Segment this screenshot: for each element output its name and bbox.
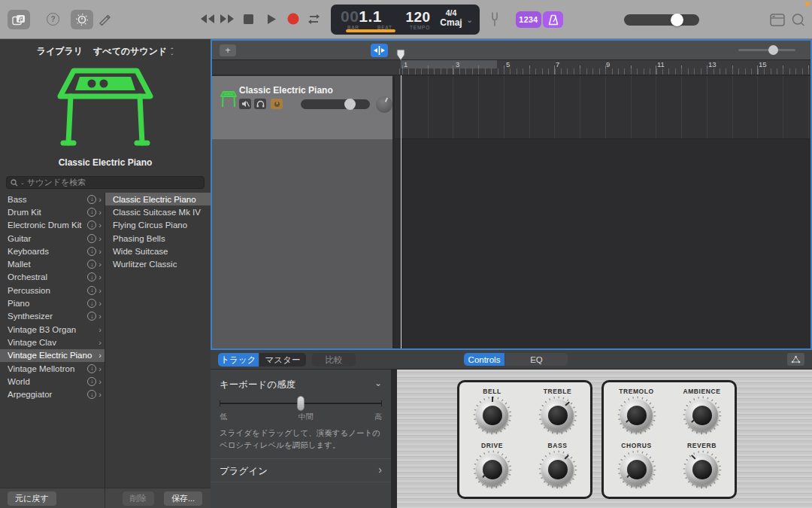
drive-knob[interactable]: [473, 450, 512, 489]
timeline-track-lane[interactable]: [395, 76, 810, 139]
sound-row-classic-suitcase[interactable]: Classic Suitcase Mk IV: [105, 205, 211, 218]
catch-playhead-button[interactable]: [371, 44, 388, 57]
download-icon[interactable]: ↓: [87, 208, 96, 217]
track-name[interactable]: Classic Electric Piano: [239, 85, 333, 96]
tab-track[interactable]: トラック: [218, 353, 259, 367]
category-row-bass[interactable]: Bass↓›: [0, 193, 105, 205]
category-row-arpeggiator[interactable]: Arpeggiator↓›: [0, 388, 105, 400]
category-row-keyboards[interactable]: Keyboards↓›: [0, 245, 105, 257]
tab-eq[interactable]: EQ: [505, 353, 568, 366]
track-volume-slider[interactable]: [301, 99, 370, 109]
sound-filter-dropdown[interactable]: すべてのサウンド ⌃⌄: [93, 45, 174, 58]
lcd-tempo-section[interactable]: 120 TEMPO: [400, 5, 436, 35]
sound-row-wurlitzer-classic[interactable]: Wurlitzer Classic: [105, 257, 211, 270]
category-row-vintage-electric-piano[interactable]: Vintage Electric Piano›: [0, 349, 105, 362]
library-toggle-button[interactable]: [8, 10, 30, 29]
plugins-row[interactable]: プラグイン ›: [211, 459, 391, 482]
quick-help-button[interactable]: ?: [47, 13, 59, 26]
treble-knob[interactable]: [538, 396, 577, 435]
chevron-right-icon: ›: [98, 221, 102, 230]
save-button[interactable]: 保存...: [164, 491, 202, 506]
lcd-chevron-down-icon[interactable]: ⌄: [466, 5, 480, 35]
solo-button[interactable]: [254, 99, 266, 109]
collapse-chevron-icon[interactable]: ⌄: [374, 378, 382, 388]
bell-knob[interactable]: [473, 396, 512, 435]
category-row-guitar[interactable]: Guitar↓›: [0, 232, 105, 245]
add-track-button[interactable]: +: [220, 44, 236, 56]
category-row-piano[interactable]: Piano↓›: [0, 297, 105, 309]
metronome-button[interactable]: [543, 11, 563, 28]
download-icon[interactable]: ↓: [87, 299, 96, 308]
reverb-knob[interactable]: [683, 450, 722, 489]
playhead-marker[interactable]: [396, 49, 405, 61]
track-pan-knob[interactable]: [376, 96, 392, 113]
forward-button[interactable]: [220, 14, 235, 24]
download-icon[interactable]: ↓: [87, 272, 96, 281]
track-header-classic-electric-piano[interactable]: Classic Electric Piano: [212, 76, 392, 139]
master-volume-slider[interactable]: [624, 14, 699, 26]
timeline-ruler[interactable]: 1 3 5 7 9 11 13 15: [212, 60, 810, 75]
category-row-synthesizer[interactable]: Synthesizer↓›: [0, 310, 105, 323]
ambience-knob[interactable]: [683, 396, 722, 435]
sensitivity-slider[interactable]: [220, 403, 382, 404]
tab-compare[interactable]: 比較: [312, 353, 356, 367]
edit-pencil-icon[interactable]: [98, 13, 111, 26]
lcd-tempo-value: 120: [400, 9, 436, 26]
master-volume-knob[interactable]: [671, 14, 683, 26]
smart-controls-track-button[interactable]: [271, 99, 283, 109]
undo-button[interactable]: 元に戻す: [8, 491, 56, 506]
knob-label: CHORUS: [621, 442, 651, 449]
lcd-display[interactable]: 001.1 BAR BEAT 120 TEMPO 4/4 Cmaj ⌄: [331, 5, 480, 35]
track-volume-knob[interactable]: [344, 99, 356, 110]
chorus-knob[interactable]: [617, 450, 656, 489]
category-row-drum-kit[interactable]: Drum Kit↓›: [0, 205, 105, 218]
category-row-vintage-b3-organ[interactable]: Vintage B3 Organ›: [0, 323, 105, 336]
download-icon[interactable]: ↓: [87, 234, 96, 243]
tab-controls[interactable]: Controls: [464, 353, 504, 366]
bass-knob[interactable]: [538, 450, 577, 489]
record-button[interactable]: [287, 13, 299, 25]
play-button[interactable]: [267, 14, 277, 25]
sound-row-phasing-bells[interactable]: Phasing Bells: [105, 232, 211, 245]
category-row-electronic-drum-kit[interactable]: Electronic Drum Kit↓›: [0, 219, 105, 232]
download-icon[interactable]: ↓: [87, 364, 96, 373]
download-icon[interactable]: ↓: [87, 260, 96, 269]
download-icon[interactable]: ↓: [87, 195, 96, 204]
category-row-world[interactable]: World↓›: [0, 375, 105, 388]
sensitivity-slider-thumb[interactable]: [297, 396, 304, 411]
download-icon[interactable]: ↓: [87, 221, 96, 230]
rewind-button[interactable]: [200, 14, 215, 24]
count-in-button[interactable]: 1234: [516, 11, 541, 28]
download-icon[interactable]: ↓: [87, 247, 96, 256]
category-row-orchestral[interactable]: Orchestral↓›: [0, 271, 105, 284]
sound-row-flying-circus-piano[interactable]: Flying Circus Piano: [105, 219, 211, 232]
tremolo-knob[interactable]: [617, 396, 656, 435]
smart-controls-view-button[interactable]: [787, 353, 804, 366]
timeline-grid[interactable]: [395, 76, 810, 348]
editors-toggle-button[interactable]: [770, 14, 785, 26]
category-row-vintage-clav[interactable]: Vintage Clav›: [0, 336, 105, 348]
sound-search-field[interactable]: ⌄ サウンドを検索: [6, 176, 205, 189]
download-icon[interactable]: ↓: [87, 390, 96, 399]
loop-browser-button[interactable]: [791, 13, 805, 27]
tab-master[interactable]: マスター: [259, 353, 306, 367]
mute-button[interactable]: [239, 99, 251, 109]
lcd-key-section[interactable]: 4/4 Cmaj: [436, 5, 466, 35]
sound-row-wide-suitcase[interactable]: Wide Suitcase: [105, 245, 211, 257]
category-row-vintage-mellotron[interactable]: Vintage Mellotron↓›: [0, 362, 105, 375]
display-settings-button[interactable]: [71, 10, 93, 29]
sound-row-classic-electric-piano[interactable]: Classic Electric Piano: [105, 193, 211, 205]
search-scope-chevron-icon[interactable]: ⌄: [20, 180, 25, 186]
delete-button[interactable]: 削除: [123, 491, 154, 506]
zoom-slider-knob[interactable]: [768, 45, 778, 55]
download-icon[interactable]: ↓: [87, 312, 96, 321]
download-icon[interactable]: ↓: [87, 377, 96, 386]
playhead-line[interactable]: [401, 75, 401, 348]
horizontal-zoom-slider[interactable]: [738, 49, 795, 51]
tuning-fork-icon[interactable]: [489, 12, 500, 26]
category-row-percussion[interactable]: Percussion↓›: [0, 284, 105, 297]
category-row-mallet[interactable]: Mallet↓›: [0, 257, 105, 270]
stop-button[interactable]: [244, 14, 253, 24]
cycle-button[interactable]: [307, 14, 321, 25]
download-icon[interactable]: ↓: [87, 286, 96, 295]
